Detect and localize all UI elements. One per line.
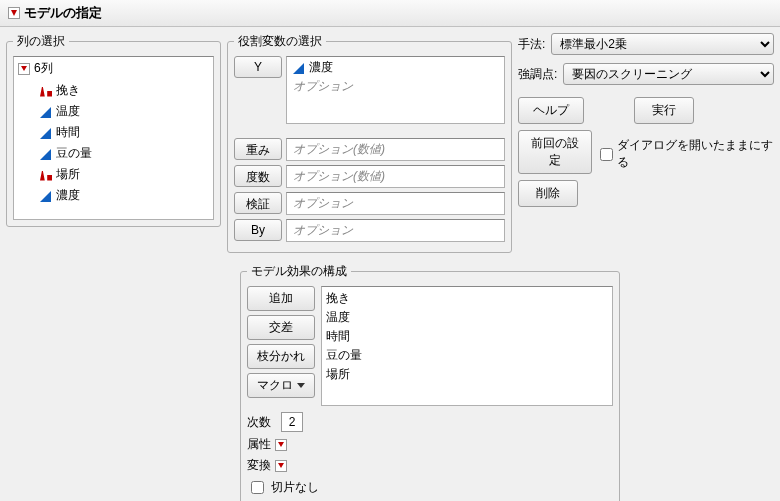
column-item[interactable]: 温度: [14, 101, 213, 122]
column-item[interactable]: 挽き: [14, 80, 213, 101]
column-item[interactable]: 時間: [14, 122, 213, 143]
effect-item[interactable]: 場所: [326, 365, 608, 384]
weight-button[interactable]: 重み: [234, 138, 282, 160]
help-button[interactable]: ヘルプ: [518, 97, 584, 124]
title-bar: モデルの指定: [0, 0, 780, 27]
effects-fieldset: モデル効果の構成 追加 交差 枝分かれ マクロ 挽き 温度 時間 豆の量 場所 …: [240, 263, 620, 501]
keep-open-checkbox[interactable]: ダイアログを開いたままにする: [600, 137, 774, 171]
degree-input[interactable]: [281, 412, 303, 432]
continuous-icon: [40, 127, 52, 139]
effect-item[interactable]: 豆の量: [326, 346, 608, 365]
valid-field[interactable]: オプション: [286, 192, 505, 215]
y-placeholder: オプション: [293, 78, 498, 95]
column-item[interactable]: 濃度: [14, 185, 213, 206]
effect-item[interactable]: 温度: [326, 308, 608, 327]
roles-legend: 役割変数の選択: [234, 33, 326, 50]
trans-label: 変換: [247, 457, 271, 474]
method-select[interactable]: 標準最小2乗: [551, 33, 774, 55]
column-item[interactable]: 豆の量: [14, 143, 213, 164]
columns-root[interactable]: 6列: [14, 57, 213, 80]
add-button[interactable]: 追加: [247, 286, 315, 311]
cross-button[interactable]: 交差: [247, 315, 315, 340]
column-item[interactable]: 場所: [14, 164, 213, 185]
effect-item[interactable]: 時間: [326, 327, 608, 346]
no-intercept-input[interactable]: [251, 481, 264, 494]
keep-open-input[interactable]: [600, 148, 613, 161]
dropdown-icon: [297, 383, 305, 388]
columns-fieldset: 列の選択 6列 挽き 温度 時間 豆の量 場所 濃度: [6, 33, 221, 227]
run-button[interactable]: 実行: [634, 97, 694, 124]
main-area: 列の選択 6列 挽き 温度 時間 豆の量 場所 濃度 役割変数の選択 Y 濃度 …: [0, 27, 780, 259]
weight-field[interactable]: オプション(数値): [286, 138, 505, 161]
effects-list[interactable]: 挽き 温度 時間 豆の量 場所: [321, 286, 613, 406]
by-field[interactable]: オプション: [286, 219, 505, 242]
disclosure-icon[interactable]: [8, 7, 20, 19]
valid-button[interactable]: 検証: [234, 192, 282, 214]
columns-list[interactable]: 6列 挽き 温度 時間 豆の量 場所 濃度: [13, 56, 214, 220]
method-label: 手法:: [518, 36, 545, 53]
continuous-icon: [40, 190, 52, 202]
emphasis-label: 強調点:: [518, 66, 557, 83]
no-intercept-checkbox[interactable]: 切片なし: [247, 478, 613, 497]
y-value-text: 濃度: [309, 59, 333, 76]
effects-legend: モデル効果の構成: [247, 263, 351, 280]
effects-area: モデル効果の構成 追加 交差 枝分かれ マクロ 挽き 温度 時間 豆の量 場所 …: [240, 263, 774, 501]
columns-legend: 列の選択: [13, 33, 69, 50]
macro-button[interactable]: マクロ: [247, 373, 315, 398]
continuous-icon: [40, 106, 52, 118]
y-field[interactable]: 濃度 オプション: [286, 56, 505, 124]
trans-dropdown-icon[interactable]: [275, 460, 287, 472]
page-title: モデルの指定: [24, 4, 102, 22]
continuous-icon: [293, 62, 305, 74]
attr-dropdown-icon[interactable]: [275, 439, 287, 451]
columns-root-label: 6列: [34, 60, 53, 77]
freq-button[interactable]: 度数: [234, 165, 282, 187]
right-column: 手法: 標準最小2乗 強調点: 要因のスクリーニング ヘルプ 実行 前回の設定 …: [518, 33, 774, 207]
delete-button[interactable]: 削除: [518, 180, 578, 207]
effect-item[interactable]: 挽き: [326, 289, 608, 308]
nest-button[interactable]: 枝分かれ: [247, 344, 315, 369]
recall-button[interactable]: 前回の設定: [518, 130, 592, 174]
y-button[interactable]: Y: [234, 56, 282, 78]
by-button[interactable]: By: [234, 219, 282, 241]
disclosure-icon[interactable]: [18, 63, 30, 75]
nominal-icon: [40, 169, 52, 181]
degree-label: 次数: [247, 414, 271, 431]
roles-fieldset: 役割変数の選択 Y 濃度 オプション 重み オプション(数値) 度数 オプション…: [227, 33, 512, 253]
freq-field[interactable]: オプション(数値): [286, 165, 505, 188]
emphasis-select[interactable]: 要因のスクリーニング: [563, 63, 774, 85]
continuous-icon: [40, 148, 52, 160]
nominal-icon: [40, 85, 52, 97]
attr-label: 属性: [247, 436, 271, 453]
